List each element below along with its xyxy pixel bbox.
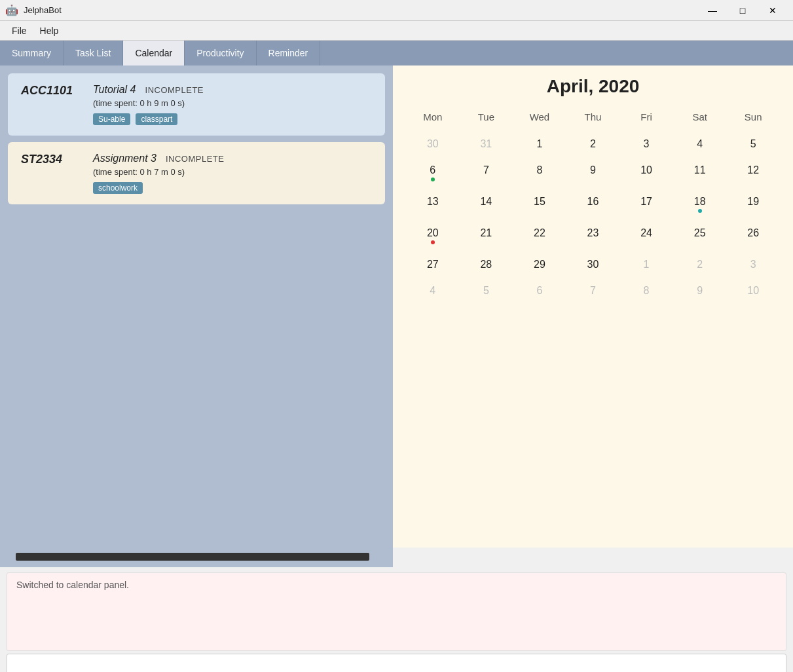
tab-bar: Summary Task List Calendar Productivity … <box>0 41 793 65</box>
cal-cell-31-prev[interactable]: 31 <box>460 132 513 157</box>
tag-schoolwork: schoolwork <box>93 182 143 194</box>
task-card-2: ST2334 Assignment 3 INCOMPLETE (time spe… <box>8 142 385 204</box>
calendar-title: April, 2020 <box>406 76 780 97</box>
cal-cell-6[interactable]: 6 <box>406 158 460 188</box>
cal-header-sun: Sun <box>726 107 780 126</box>
task-time-1: (time spent: 0 h 9 m 0 s) <box>93 98 372 108</box>
task-course-1: ACC1101 <box>21 84 80 98</box>
left-panel: ACC1101 Tutorial 4 INCOMPLETE (time spen… <box>0 65 393 548</box>
cal-cell-24[interactable]: 24 <box>619 221 673 251</box>
right-panel: April, 2020 Mon Tue Wed Thu Fri Sat Sun … <box>393 65 793 548</box>
cal-cell-21[interactable]: 21 <box>460 221 513 251</box>
bottom-area: Switched to calendar panel. <box>0 567 793 672</box>
cal-cell-5-next[interactable]: 5 <box>460 278 513 303</box>
cal-cell-13[interactable]: 13 <box>406 189 460 219</box>
task-title-row-1: Tutorial 4 INCOMPLETE <box>93 84 372 96</box>
tab-productivity[interactable]: Productivity <box>185 41 256 65</box>
cal-cell-19[interactable]: 19 <box>726 189 780 219</box>
cal-header-sat: Sat <box>673 107 727 126</box>
minimize-button[interactable]: — <box>697 0 728 21</box>
task-tags-2: schoolwork <box>93 182 372 194</box>
cal-header-tue: Tue <box>460 107 513 126</box>
menu-help[interactable]: Help <box>33 23 65 39</box>
maximize-button[interactable]: □ <box>728 0 758 21</box>
cal-cell-4-next[interactable]: 4 <box>406 278 460 303</box>
cal-cell-25[interactable]: 25 <box>673 221 727 251</box>
task-time-2: (time spent: 0 h 7 m 0 s) <box>93 167 372 177</box>
cal-cell-9[interactable]: 9 <box>566 158 620 188</box>
task-status-1: INCOMPLETE <box>145 85 204 95</box>
cal-header-fri: Fri <box>619 107 673 126</box>
message-area: Switched to calendar panel. <box>7 572 786 651</box>
tab-calendar[interactable]: Calendar <box>123 41 185 65</box>
main-content: ACC1101 Tutorial 4 INCOMPLETE (time spen… <box>0 65 793 548</box>
cal-cell-3-next[interactable]: 3 <box>726 252 780 277</box>
cal-cell-7[interactable]: 7 <box>460 158 513 188</box>
cal-cell-16[interactable]: 16 <box>566 189 620 219</box>
cal-week-6: 4 5 6 7 8 9 10 <box>406 278 780 303</box>
cal-header-thu: Thu <box>566 107 620 126</box>
cal-cell-30-prev[interactable]: 30 <box>406 132 460 157</box>
tab-tasklist[interactable]: Task List <box>64 41 123 65</box>
status-message: Switched to calendar panel. <box>16 580 129 590</box>
task-details-1: Tutorial 4 INCOMPLETE (time spent: 0 h 9… <box>93 84 372 125</box>
cal-cell-10-next[interactable]: 10 <box>726 278 780 303</box>
task-title-1: Tutorial 4 <box>93 84 136 96</box>
cal-header-mon: Mon <box>406 107 460 126</box>
cal-cell-15[interactable]: 15 <box>513 189 566 219</box>
cal-cell-6-next[interactable]: 6 <box>513 278 566 303</box>
cal-cell-5[interactable]: 5 <box>726 132 780 157</box>
task-title-2: Assignment 3 <box>93 153 157 164</box>
tab-reminder[interactable]: Reminder <box>257 41 321 65</box>
close-button[interactable]: ✕ <box>758 0 788 21</box>
cal-week-3: 13 14 15 16 17 18 19 <box>406 189 780 219</box>
dot-6 <box>431 177 435 181</box>
cal-cell-8-next[interactable]: 8 <box>619 278 673 303</box>
dot-20 <box>431 240 435 244</box>
task-card-1: ACC1101 Tutorial 4 INCOMPLETE (time spen… <box>8 73 385 136</box>
cal-cell-1[interactable]: 1 <box>513 132 566 157</box>
cal-cell-2-next[interactable]: 2 <box>673 252 727 277</box>
cal-cell-18[interactable]: 18 <box>673 189 727 219</box>
cal-cell-7-next[interactable]: 7 <box>566 278 620 303</box>
app-icon: 🤖 <box>5 4 18 17</box>
scrollbar[interactable] <box>16 553 369 561</box>
cal-cell-10[interactable]: 10 <box>619 158 673 188</box>
task-details-2: Assignment 3 INCOMPLETE (time spent: 0 h… <box>93 153 372 194</box>
cal-week-1: 30 31 1 2 3 4 5 <box>406 132 780 157</box>
title-bar-left: 🤖 JelphaBot <box>5 4 62 17</box>
cal-cell-12[interactable]: 12 <box>726 158 780 188</box>
task-status-2: INCOMPLETE <box>166 154 225 164</box>
cal-header-wed: Wed <box>513 107 566 126</box>
cal-cell-30[interactable]: 30 <box>566 252 620 277</box>
cal-cell-17[interactable]: 17 <box>619 189 673 219</box>
cal-week-2: 6 7 8 9 10 11 12 <box>406 158 780 188</box>
tag-suable: Su-able <box>93 113 130 125</box>
window-controls: — □ ✕ <box>697 0 788 21</box>
cal-cell-4[interactable]: 4 <box>673 132 727 157</box>
task-title-row-2: Assignment 3 INCOMPLETE <box>93 153 372 164</box>
tab-summary[interactable]: Summary <box>0 41 64 65</box>
cal-cell-22[interactable]: 22 <box>513 221 566 251</box>
cal-cell-29[interactable]: 29 <box>513 252 566 277</box>
today-marker: 13 <box>427 196 439 208</box>
menu-bar: File Help <box>0 21 793 41</box>
menu-file[interactable]: File <box>5 23 33 39</box>
cal-cell-26[interactable]: 26 <box>726 221 780 251</box>
cal-cell-9-next[interactable]: 9 <box>673 278 727 303</box>
cal-cell-23[interactable]: 23 <box>566 221 620 251</box>
cal-cell-14[interactable]: 14 <box>460 189 513 219</box>
tag-classpart: classpart <box>136 113 177 125</box>
cal-cell-20[interactable]: 20 <box>406 221 460 251</box>
cal-week-4: 20 21 22 23 24 25 26 <box>406 221 780 251</box>
dot-18 <box>698 209 702 213</box>
cal-cell-1-next[interactable]: 1 <box>619 252 673 277</box>
cal-cell-28[interactable]: 28 <box>460 252 513 277</box>
input-area[interactable] <box>7 654 786 672</box>
cal-cell-27[interactable]: 27 <box>406 252 460 277</box>
cal-cell-8[interactable]: 8 <box>513 158 566 188</box>
cal-cell-3[interactable]: 3 <box>619 132 673 157</box>
cal-cell-11[interactable]: 11 <box>673 158 727 188</box>
cal-cell-2[interactable]: 2 <box>566 132 620 157</box>
cal-week-5: 27 28 29 30 1 2 3 <box>406 252 780 277</box>
